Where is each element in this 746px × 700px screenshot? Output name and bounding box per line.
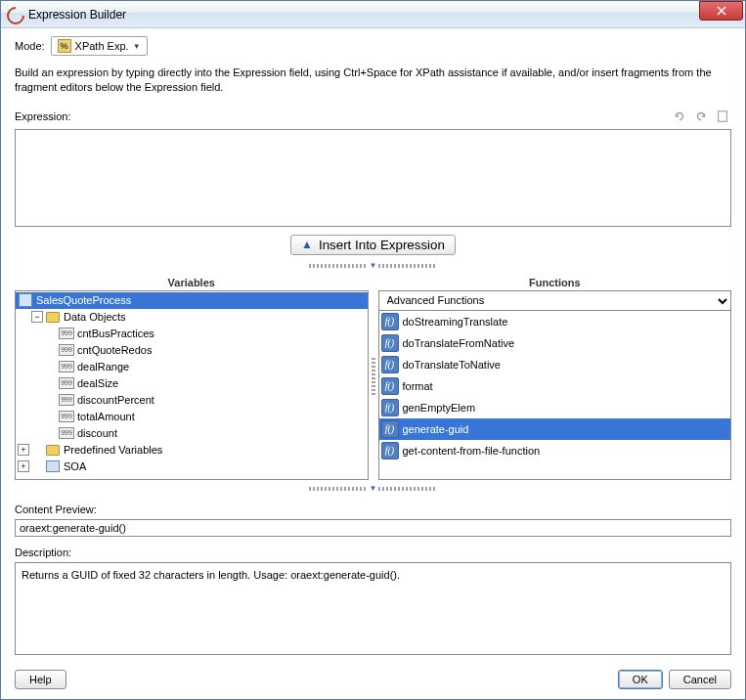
function-label: genEmptyElem (403, 402, 476, 414)
arrow-up-icon: ▲ (301, 238, 313, 251)
collapse-toggle[interactable]: − (31, 311, 43, 323)
folder-icon (46, 445, 60, 456)
help-text: Build an expression by typing directly i… (15, 66, 731, 96)
function-label: format (403, 380, 433, 392)
variables-panel: Variables SalesQuoteProcess − Data Objec… (15, 275, 369, 480)
expression-toolbar (671, 108, 731, 125)
variable-label: dealRange (77, 361, 129, 372)
content-area: Mode: % XPath Exp. ▼ Build an expression… (1, 28, 745, 699)
splitter-horizontal-bottom[interactable]: ▼ (15, 484, 731, 494)
app-icon (7, 7, 22, 22)
variable-label: cntQuoteRedos (77, 344, 152, 356)
function-item[interactable]: f()generate-guid (379, 418, 731, 440)
process-icon (19, 293, 32, 307)
tree-predefined[interactable]: + Predefined Variables (16, 442, 368, 459)
function-label: doStreamingTranslate (403, 316, 508, 328)
soa-icon (46, 460, 60, 472)
close-icon (717, 6, 726, 16)
functions-list[interactable]: f()doStreamingTranslatef()doTranslateFro… (379, 311, 731, 479)
function-item[interactable]: f()format (379, 375, 731, 397)
tree-root[interactable]: SalesQuoteProcess (16, 292, 368, 309)
insert-button-label: Insert Into Expression (319, 238, 445, 252)
ok-button[interactable]: OK (618, 670, 663, 689)
variable-icon: 999 (59, 361, 74, 372)
functions-content: Advanced Functions f()doStreamingTransla… (378, 290, 732, 480)
content-preview-field (15, 519, 731, 537)
function-icon: f() (381, 377, 399, 395)
splitter-vertical[interactable] (369, 275, 378, 480)
cancel-button[interactable]: Cancel (669, 670, 731, 689)
tree-variable-item[interactable]: 999dealRange (16, 359, 368, 375)
functions-header: Functions (378, 275, 732, 290)
tree-variable-item[interactable]: 999cntBusPractices (16, 326, 368, 342)
tree-variable-item[interactable]: 999totalAmount (16, 409, 368, 425)
variable-icon: 999 (59, 427, 74, 439)
xpath-icon: % (58, 39, 71, 53)
tree-variable-item[interactable]: 999cntQuoteRedos (16, 342, 368, 359)
footer: Help OK Cancel (15, 666, 731, 689)
variable-icon: 999 (59, 411, 74, 422)
data-objects-label: Data Objects (64, 311, 126, 323)
preview-label: Content Preview: (15, 503, 731, 515)
expression-input[interactable] (15, 129, 731, 227)
function-icon: f() (381, 399, 399, 416)
description-box: Returns a GUID of fixed 32 characters in… (15, 562, 731, 655)
expand-toggle[interactable]: + (18, 444, 29, 456)
variable-icon: 999 (59, 377, 74, 389)
tree-variable-item[interactable]: 999discount (16, 425, 368, 442)
variable-icon: 999 (59, 394, 74, 406)
function-icon: f() (381, 313, 399, 330)
mode-dropdown[interactable]: % XPath Exp. ▼ (51, 36, 148, 56)
insert-into-expression-button[interactable]: ▲ Insert Into Expression (290, 235, 456, 255)
function-icon: f() (381, 442, 399, 459)
function-item[interactable]: f()doTranslateToNative (379, 354, 731, 375)
svg-rect-0 (719, 111, 727, 122)
function-item[interactable]: f()genEmptyElem (379, 397, 731, 418)
function-item[interactable]: f()get-content-from-file-function (379, 440, 731, 461)
function-label: doTranslateFromNative (403, 337, 515, 349)
titlebar[interactable]: Expression Builder (1, 1, 745, 28)
variable-label: totalAmount (77, 411, 135, 422)
variables-tree[interactable]: SalesQuoteProcess − Data Objects 999cntB… (15, 290, 369, 480)
tree-root-label: SalesQuoteProcess (36, 294, 131, 306)
chevron-down-icon: ▼ (133, 42, 141, 51)
function-icon: f() (381, 356, 399, 373)
variable-icon: 999 (59, 344, 74, 356)
function-label: doTranslateToNative (403, 359, 501, 371)
close-button[interactable] (699, 1, 743, 21)
variable-label: discount (77, 427, 117, 439)
function-label: get-content-from-file-function (403, 445, 541, 457)
tree-variable-item[interactable]: 999dealSize (16, 375, 368, 392)
help-button[interactable]: Help (15, 670, 66, 689)
function-icon: f() (381, 334, 399, 352)
function-item[interactable]: f()doTranslateFromNative (379, 332, 731, 354)
function-category-select[interactable]: Advanced Functions (379, 291, 731, 311)
mode-value: XPath Exp. (75, 40, 129, 52)
tree-data-objects[interactable]: − Data Objects (16, 309, 368, 326)
variable-label: cntBusPractices (77, 328, 154, 339)
splitter-horizontal-top[interactable]: ▼ (15, 261, 731, 271)
functions-panel: Functions Advanced Functions f()doStream… (378, 275, 732, 480)
expression-label: Expression: (15, 110, 70, 122)
expression-builder-window: Expression Builder Mode: % XPath Exp. ▼ … (0, 0, 746, 700)
tree-variable-item[interactable]: 999discountPercent (16, 392, 368, 409)
function-label: generate-guid (403, 423, 469, 435)
folder-icon (46, 312, 60, 323)
variables-header: Variables (15, 275, 369, 290)
redo-button[interactable] (692, 108, 710, 125)
soa-label: SOA (64, 460, 86, 472)
variable-label: discountPercent (77, 394, 154, 406)
function-item[interactable]: f()doStreamingTranslate (379, 311, 731, 332)
variable-icon: 999 (59, 328, 74, 339)
description-label: Description: (15, 547, 731, 558)
expand-toggle[interactable]: + (18, 460, 29, 472)
collapse-up-icon: ▼ (370, 261, 377, 270)
undo-button[interactable] (671, 108, 688, 125)
insert-row: ▲ Insert Into Expression (15, 235, 731, 255)
tree-soa[interactable]: + SOA (16, 459, 368, 475)
clear-button[interactable] (714, 108, 731, 125)
panels-row: Variables SalesQuoteProcess − Data Objec… (15, 275, 731, 480)
predefined-label: Predefined Variables (64, 444, 162, 456)
function-icon: f() (381, 420, 399, 438)
mode-row: Mode: % XPath Exp. ▼ (15, 36, 731, 56)
